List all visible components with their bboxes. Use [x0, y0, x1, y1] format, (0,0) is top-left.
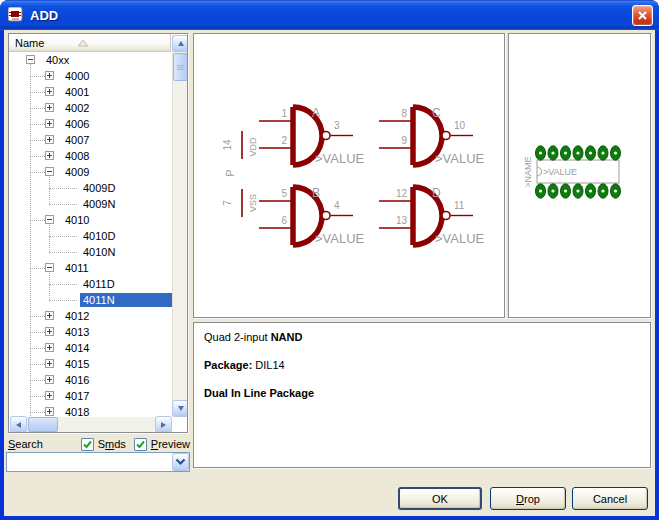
search-combobox[interactable]: [6, 452, 190, 472]
tree-vertical-scrollbar[interactable]: [172, 35, 188, 417]
package-preview: >NAME >VALUE: [508, 33, 651, 318]
preview-label[interactable]: Preview: [151, 438, 190, 450]
tree-item-4001[interactable]: 4001: [10, 84, 172, 100]
svg-text:A: A: [312, 106, 320, 120]
description-line: Package: DIL14: [204, 359, 640, 372]
smds-label[interactable]: Smds: [98, 438, 126, 450]
scroll-up-button[interactable]: [172, 35, 188, 52]
tree-item-4010N[interactable]: 4010N: [10, 244, 172, 260]
tree-item-label: 4007: [62, 133, 92, 147]
svg-text:10: 10: [454, 120, 466, 131]
cancel-button[interactable]: Cancel: [572, 487, 648, 510]
tree-item-4012[interactable]: 4012: [10, 308, 172, 324]
tree-item-4017[interactable]: 4017: [10, 388, 172, 404]
svg-text:5: 5: [281, 188, 287, 199]
tree-item-4009D[interactable]: 4009D: [10, 180, 172, 196]
svg-text:>VALUE: >VALUE: [435, 151, 485, 166]
tree-item-label: 4001: [62, 85, 92, 99]
preview-checkbox[interactable]: [134, 438, 147, 451]
search-input[interactable]: [7, 453, 172, 471]
drop-button[interactable]: Drop: [490, 487, 566, 510]
tree-item-label: 4010D: [80, 229, 118, 243]
svg-text:11: 11: [454, 200, 465, 211]
tree-item-4010D[interactable]: 4010D: [10, 228, 172, 244]
tree-item-label: 4010N: [80, 245, 118, 259]
tree-item-label: 4013: [62, 325, 92, 339]
tree-item-4000[interactable]: 4000: [10, 68, 172, 84]
tree-item-4008[interactable]: 4008: [10, 148, 172, 164]
tree-item-label: 4009N: [80, 197, 118, 211]
add-dialog-icon: [8, 7, 24, 23]
svg-text:12: 12: [396, 188, 408, 199]
tree-item-label: 4012: [62, 309, 92, 323]
svg-text:14: 14: [222, 139, 233, 151]
tree-item-label: 4016: [62, 373, 92, 387]
svg-text:D: D: [432, 186, 441, 200]
vertical-scroll-thumb[interactable]: [173, 53, 188, 81]
tree-item-4002[interactable]: 4002: [10, 100, 172, 116]
tree-item-4015[interactable]: 4015: [10, 356, 172, 372]
svg-text:VSS: VSS: [248, 194, 258, 212]
check-icon: [82, 439, 93, 450]
svg-text:3: 3: [334, 120, 340, 131]
tree-item-4010[interactable]: 4010: [10, 212, 172, 228]
scroll-down-button[interactable]: [172, 400, 188, 417]
dil14-package-drawing: >NAME >VALUE: [509, 34, 650, 317]
tree-item-4011[interactable]: 4011: [10, 260, 172, 276]
svg-text:>VALUE: >VALUE: [435, 231, 485, 246]
tree-item-4011N[interactable]: 4011N: [10, 292, 172, 308]
combo-dropdown-button[interactable]: [172, 453, 189, 471]
tree-item-4011D[interactable]: 4011D: [10, 276, 172, 292]
tree-item-label: 40xx: [43, 53, 72, 67]
component-tree: Name 40xx4000400140024006400740084009400…: [8, 33, 188, 433]
close-button[interactable]: [632, 5, 653, 26]
ok-button[interactable]: OK: [398, 487, 482, 510]
search-row: Search Smds Preview: [8, 436, 190, 452]
tree-item-40xx[interactable]: 40xx: [10, 52, 172, 68]
tree-item-4009[interactable]: 4009: [10, 164, 172, 180]
svg-text:7: 7: [222, 200, 233, 206]
horizontal-scroll-thumb[interactable]: [28, 417, 58, 432]
tree-item-4007[interactable]: 4007: [10, 132, 172, 148]
tree-item-label: 4006: [62, 117, 92, 131]
tree-item-label: 4017: [62, 389, 92, 403]
tree-item-4016[interactable]: 4016: [10, 372, 172, 388]
tree-item-label: 4011: [62, 261, 92, 275]
tree-item-label: 4010: [62, 213, 92, 227]
tree-item-label: 4014: [62, 341, 92, 355]
tree-item-4013[interactable]: 4013: [10, 324, 172, 340]
chevron-down-icon: [175, 458, 186, 466]
sort-ascending-icon: [78, 39, 88, 47]
title-bar[interactable]: ADD: [0, 0, 659, 30]
close-icon: [637, 10, 648, 21]
scroll-left-button[interactable]: [10, 416, 27, 433]
tree-item-label: 4011N: [80, 293, 172, 307]
svg-text:>NAME: >NAME: [523, 156, 533, 187]
svg-text:1: 1: [281, 108, 287, 119]
tree-item-label: 4009: [62, 165, 92, 179]
svg-text:>VALUE: >VALUE: [543, 167, 577, 177]
symbol-preview: 1 2 3 A >VALUE 5 6 4 B >VALUE 8 9: [193, 33, 505, 318]
svg-text:6: 6: [281, 215, 287, 226]
svg-text:C: C: [432, 106, 441, 120]
check-icon: [135, 439, 146, 450]
tree-item-label: 4009D: [80, 181, 118, 195]
tree-connector: [49, 273, 50, 300]
smds-checkbox[interactable]: [81, 438, 94, 451]
tree-item-4006[interactable]: 4006: [10, 116, 172, 132]
tree-item-4009N[interactable]: 4009N: [10, 196, 172, 212]
tree-column-header-name[interactable]: Name: [9, 34, 171, 52]
svg-text:P: P: [224, 169, 236, 176]
svg-text:13: 13: [396, 215, 408, 226]
tree-item-4014[interactable]: 4014: [10, 340, 172, 356]
tree-item-4018[interactable]: 4018: [10, 404, 172, 417]
svg-text:>VALUE: >VALUE: [315, 151, 365, 166]
scroll-right-button[interactable]: [155, 416, 172, 433]
tree-connector: [49, 177, 50, 204]
svg-text:>VALUE: >VALUE: [315, 231, 365, 246]
description-panel: Quad 2-input NAND Package: DIL14 Dual In…: [193, 322, 651, 468]
tree-item-label: 4002: [62, 101, 92, 115]
search-label: Search: [8, 438, 81, 450]
tree-connector: [30, 64, 31, 416]
tree-connector: [49, 225, 50, 252]
